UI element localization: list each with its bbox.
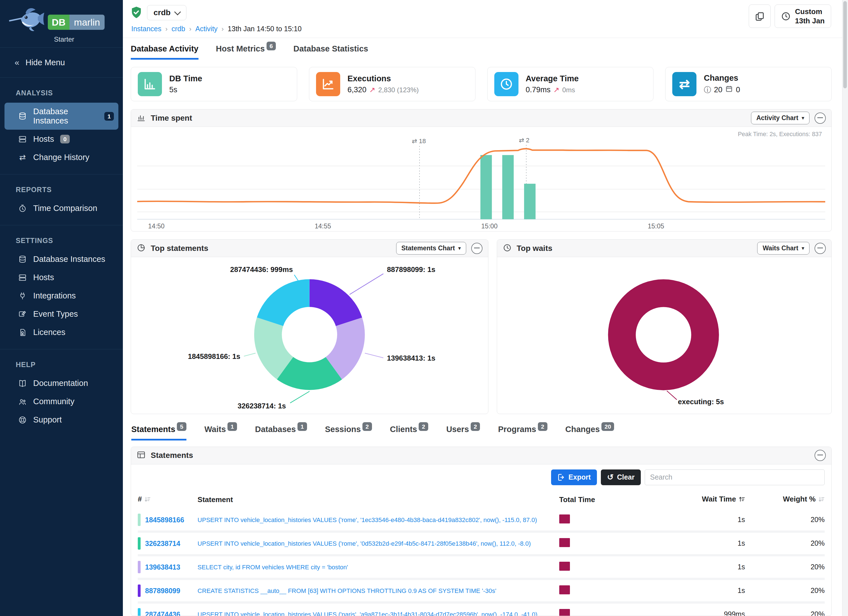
- col-id[interactable]: #: [138, 489, 198, 509]
- breadcrumb-crdb-link[interactable]: crdb: [172, 25, 185, 33]
- statements-chart-dropdown[interactable]: Statements Chart▾: [396, 242, 466, 255]
- statement-id-link[interactable]: 326238714: [145, 539, 180, 547]
- instance-selector[interactable]: crdb: [147, 5, 187, 20]
- donut-label-1845898166: 1845898166: 1s: [188, 352, 240, 360]
- sort-descending-icon: [144, 496, 151, 505]
- tab-changes[interactable]: Changes20: [565, 425, 614, 441]
- arrows-swap-icon: ⇄: [519, 137, 524, 144]
- col-wait-time[interactable]: Wait Time: [623, 489, 745, 509]
- sidebar-item-label: Hosts: [33, 134, 54, 144]
- time-spent-chart[interactable]: Peak Time: 2s, Executions: 837 ⇄ 18 ⇄ 2 …: [131, 127, 832, 231]
- peak-note: Peak Time: 2s, Executions: 837: [738, 131, 822, 138]
- sidebar-item-label: Event Types: [33, 309, 78, 319]
- statement-id-link[interactable]: 139638413: [145, 563, 180, 571]
- sidebar-item-licences[interactable]: Licences: [4, 324, 119, 341]
- collapse-panel-button[interactable]: [815, 113, 826, 124]
- weight-value: 20%: [745, 509, 825, 531]
- total-time-bar: [559, 609, 570, 616]
- export-icon: [557, 474, 565, 481]
- sidebar-item-support[interactable]: Support: [4, 411, 119, 429]
- table-row: 887898099 CREATE STATISTICS __auto__ FRO…: [138, 579, 825, 603]
- waits-chart-dropdown[interactable]: Waits Chart▾: [757, 242, 809, 255]
- page-scrollbar[interactable]: [842, 0, 848, 616]
- card-delta: 0ms: [562, 86, 575, 94]
- databases-badge: 1: [298, 422, 307, 431]
- sidebar-item-settings-database-instances[interactable]: Database Instances: [4, 250, 119, 268]
- sidebar-item-change-history[interactable]: ⇄ Change History: [4, 148, 119, 166]
- activity-chart-dropdown[interactable]: Activity Chart▾: [751, 112, 809, 124]
- sidebar-item-settings-hosts[interactable]: Hosts: [4, 269, 119, 286]
- programs-badge: 2: [538, 422, 547, 431]
- top-statements-chart[interactable]: 287474436: 999ms 887898099: 1s 139638413…: [131, 257, 488, 413]
- clients-badge: 2: [419, 422, 428, 431]
- clear-button[interactable]: ↺ Clear: [601, 469, 641, 485]
- statement-link[interactable]: SELECT city, id FROM vehicles WHERE city…: [198, 564, 348, 571]
- statement-link[interactable]: UPSERT INTO vehicle_location_histories V…: [198, 517, 537, 524]
- statements-toolbar: Export ↺ Clear: [131, 465, 832, 488]
- col-statement[interactable]: Statement: [198, 489, 559, 509]
- tab-waits[interactable]: Waits1: [205, 425, 237, 441]
- people-icon: [18, 397, 27, 406]
- statement-id-link[interactable]: 1845898166: [145, 516, 184, 524]
- sidebar-item-label: Licences: [33, 328, 65, 337]
- executions-bar[interactable]: [524, 184, 536, 219]
- tab-users[interactable]: Users2: [446, 425, 480, 441]
- col-total-time[interactable]: Total Time: [559, 489, 623, 509]
- executions-bar[interactable]: [502, 155, 514, 219]
- table-row: 326238714 UPSERT INTO vehicle_location_h…: [138, 531, 825, 555]
- brand-badge: DBmarlin: [48, 15, 105, 30]
- executions-bar[interactable]: [480, 155, 492, 219]
- scrollbar-thumb[interactable]: [843, 1, 847, 88]
- collapse-panel-button[interactable]: [815, 243, 826, 254]
- sidebar-item-time-comparison[interactable]: Time Comparison: [4, 199, 119, 217]
- sidebar-item-community[interactable]: Community: [4, 393, 119, 410]
- time-range-button[interactable]: Custom 13th Jan: [775, 4, 832, 28]
- donut-label-executing: executing: 5s: [678, 398, 724, 405]
- breadcrumb-instances-link[interactable]: Instances: [131, 25, 162, 33]
- waits-badge: 1: [227, 422, 237, 431]
- search-input[interactable]: [645, 469, 825, 485]
- card-average-time: Average Time 0.79ms ↗ 0ms: [487, 67, 654, 101]
- statement-id-link[interactable]: 887898099: [145, 586, 180, 594]
- collapse-panel-button[interactable]: [471, 243, 482, 254]
- statement-link[interactable]: UPSERT INTO vehicle_location_histories V…: [198, 540, 531, 547]
- card-title: Executions: [347, 74, 419, 83]
- statement-id-link[interactable]: 287474436: [145, 610, 180, 616]
- statement-link[interactable]: UPSERT INTO vehicle_location_histories V…: [198, 611, 538, 616]
- pie-chart-icon: [136, 243, 146, 254]
- tab-statements[interactable]: Statements5: [131, 425, 187, 441]
- sidebar-item-label: Hosts: [33, 273, 54, 282]
- double-chevron-left-icon: «: [15, 58, 19, 67]
- arrows-swap-icon: ⇄: [672, 72, 697, 96]
- sidebar-item-integrations[interactable]: Integrations: [4, 287, 119, 304]
- statement-color-chip: [138, 561, 141, 573]
- hide-menu-button[interactable]: « Hide Menu: [0, 47, 123, 78]
- col-weight[interactable]: Weight %: [745, 489, 825, 509]
- tab-databases[interactable]: Databases1: [255, 425, 307, 441]
- export-button[interactable]: Export: [551, 469, 597, 485]
- statement-link[interactable]: CREATE STATISTICS __auto__ FROM [63] WIT…: [198, 587, 497, 595]
- tab-host-metrics[interactable]: Host Metrics6: [216, 44, 276, 59]
- certificate-icon: [18, 328, 27, 337]
- statement-color-chip: [138, 514, 141, 526]
- tab-database-statistics[interactable]: Database Statistics: [293, 44, 368, 59]
- tab-programs[interactable]: Programs2: [498, 425, 547, 441]
- statement-color-chip: [138, 608, 141, 616]
- arrows-swap-icon: ⇄: [18, 153, 27, 162]
- donut-segment-executing[interactable]: [622, 293, 705, 376]
- tab-sessions[interactable]: Sessions2: [325, 425, 372, 441]
- sidebar-item-hosts[interactable]: Hosts 0: [4, 130, 119, 148]
- topbar: crdb Instances › crdb › Activity › 13th …: [123, 0, 842, 38]
- card-db-time: DB Time 5s: [131, 67, 297, 101]
- top-waits-chart[interactable]: executing: 5s: [497, 257, 832, 414]
- copy-button[interactable]: [749, 4, 771, 28]
- sidebar-item-event-types[interactable]: Event Types: [4, 305, 119, 323]
- collapse-panel-button[interactable]: [815, 450, 826, 461]
- sidebar-item-documentation[interactable]: Documentation: [4, 374, 119, 392]
- panel-title: Top statements: [151, 244, 208, 253]
- breadcrumb-activity-link[interactable]: Activity: [196, 25, 218, 33]
- tab-clients[interactable]: Clients2: [390, 425, 428, 441]
- table-icon: [136, 450, 146, 460]
- tab-database-activity[interactable]: Database Activity: [131, 44, 199, 59]
- sidebar-item-database-instances[interactable]: Database Instances 1: [4, 102, 119, 130]
